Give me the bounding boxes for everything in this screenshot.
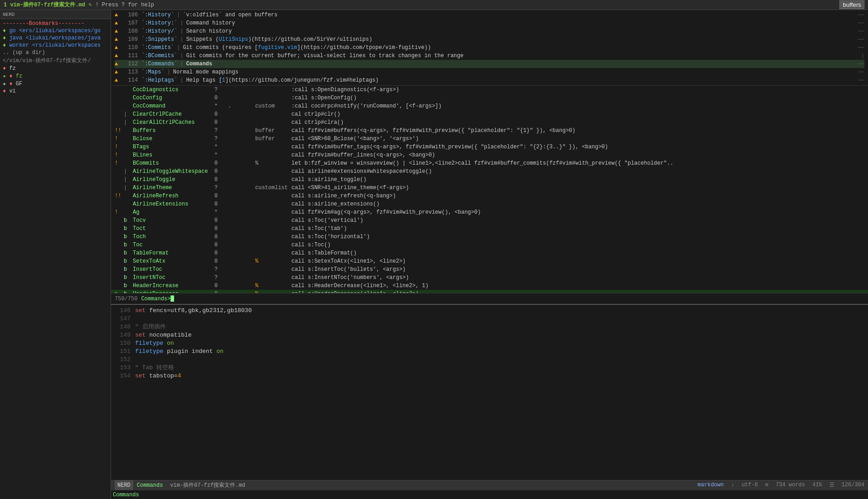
commands-label: Commands (137, 482, 163, 489)
sidebar-item-go[interactable]: ♦ go <ers/liukai/workspaces/go (0, 27, 111, 34)
editor-filename: vim-插件07-fzf搜索文件.md (170, 481, 245, 489)
line-position: 126/304 (842, 482, 864, 489)
table-row[interactable]: b Toct 0 call s:Toc('tab') (111, 225, 868, 233)
main-layout: NERD --------Bookmarks-------- ♦ go <ers… (0, 10, 868, 499)
warn-icon: ▲ (115, 44, 118, 51)
table-row[interactable]: AirlineExtensions 0 call s:airline_exten… (111, 200, 868, 208)
editor-line-152: 152 (115, 356, 864, 364)
item-icon: ♦ (3, 28, 9, 34)
tab-title: 1 vim-插件07-fzf搜索文件.md ✎ (4, 1, 92, 9)
table-row[interactable]: b Toch 0 call s:Toc('horizontal') (111, 233, 868, 241)
warn-icon: ▲ (115, 68, 118, 76)
press-hint: ! Press ? for help (95, 2, 154, 8)
space-indent: ★ (3, 81, 6, 87)
commands-table[interactable]: CocDiagnostics ? :call s:OpenDiagnostics… (111, 86, 868, 293)
filetype-indicator: markdown (698, 482, 724, 489)
right-pane: ▲ 106 `:History` | `v:oldfiles` and open… (111, 10, 868, 499)
table-row[interactable]: b SetexToAtx 0 % call s:SetexToAtx(<line… (111, 257, 868, 265)
editor-line-151: 151 filetype plugin indent on (115, 347, 864, 356)
position: ☰ (829, 482, 834, 489)
cmd-text: `:Helptags` (141, 77, 177, 84)
nerd-label: NERD (3, 12, 15, 17)
warn-icon: ▲ (115, 11, 118, 19)
fzf-line-106: ▲ 106 `:History` | `v:oldfiles` and open… (115, 11, 864, 19)
table-row[interactable]: | ClearAllCtrlPCaches 0 cal ctrlp#clra() (111, 118, 868, 127)
table-row[interactable]: CocDiagnostics ? :call s:OpenDiagnostics… (111, 86, 868, 94)
table-row[interactable]: b InsertToc ? call s:InsertToc('bullets'… (111, 265, 868, 274)
sidebar-item-vi[interactable]: ♦ vi (0, 88, 111, 95)
encoding-value: utf-8 (742, 482, 758, 489)
item-label: java <liukai/workspaces/java (9, 35, 101, 41)
fzf-line-114: ▲ 114 `:Helptags` | Help tags [1](https:… (115, 76, 864, 84)
editor-line-147: 147 (115, 315, 864, 323)
table-row[interactable]: ! BCommits 0 % let b:fzf_winview = winsa… (111, 159, 868, 167)
fzf-line-111: ▲ 111 `:BCommits` | Git commits for the … (115, 52, 864, 60)
warn-icon: ▲ (115, 52, 118, 59)
item-label: fz (9, 65, 15, 72)
word-count: 734 words (776, 482, 805, 489)
editor-line-150: 150 filetype on (115, 339, 864, 347)
bottom-cmd-text: Commands (113, 492, 139, 498)
buffers-button[interactable]: buffers (839, 0, 864, 9)
item-label: fz (16, 73, 22, 79)
status-right-info: markdown ↓ utf-8 ⌘ 734 words 41% ☰ 126/3… (698, 482, 864, 489)
table-row[interactable]: CocConfig 0 :call s:OpenConfig() (111, 94, 868, 102)
sidebar-item-gf[interactable]: ★ ♦ GF (0, 80, 111, 88)
table-row[interactable]: ! Bclose ? buffer call <SNR>60_Bclose('<… (111, 135, 868, 143)
item-icon: ♦ (3, 65, 9, 72)
table-row[interactable]: ! BLines * call fzf#vim#buffer_lines(<q-… (111, 151, 868, 159)
cmd-text: `:History` (141, 11, 174, 19)
sidebar-item-dotdot[interactable]: .. (up a dir) (0, 49, 111, 56)
table-row-selected[interactable]: > b HeaderDecrease 0 % call s:HeaderDecr… (111, 290, 868, 293)
fzf-line-108: ▲ 108 `:History/` | Search history —— (115, 27, 864, 35)
table-row[interactable]: b Toc 0 call s:Toc() (111, 241, 868, 249)
line-num: 109 (120, 36, 138, 43)
fzf-line-107: ▲ 107 `:History:` | Command history —— (115, 19, 864, 27)
line-num: 107 (120, 20, 138, 27)
apple-icon: ⌘ (765, 482, 768, 489)
item-label: vi (9, 88, 15, 94)
cmd-text: `:Commits` (141, 44, 174, 51)
editor-line-154: 154 set tabstop=4 (115, 372, 864, 380)
item-icon: ♦ (3, 35, 9, 41)
fzf-line-110: ▲ 110 `:Commits` | Git commits (requires… (115, 44, 864, 52)
table-row[interactable]: b HeaderIncrease 0 % call s:HeaderDecrea… (111, 282, 868, 290)
table-row[interactable]: b Tocv 0 call s:Toc('vertical') (111, 216, 868, 225)
line-num: 106 (120, 11, 138, 19)
fzf-lines-section: ▲ 106 `:History` | `v:oldfiles` and open… (111, 10, 868, 86)
table-row[interactable]: !! Buffers ? buffer call fzf#vim#buffers… (111, 127, 868, 135)
table-row[interactable]: !! AirlineRefresh 0 call s:airline_refre… (111, 192, 868, 200)
item-label: .. (up a dir) (3, 49, 45, 56)
item-label: </vim/vim-插件07-fzf搜索文件/ (3, 58, 91, 64)
prompt-text: Commands> (141, 296, 170, 302)
editor-line-149: 149 set nocompatible (115, 331, 864, 339)
table-row[interactable]: b TableFormat 0 call s:TableFormat() (111, 249, 868, 257)
cursor[interactable]: █ (170, 295, 174, 302)
editor-content: 146 set fencs=utf8,gbk,gb2312,gb18030 14… (111, 305, 868, 480)
table-row[interactable]: | AirlineToggleWhitespace 0 call airline… (111, 167, 868, 176)
sidebar-item-java[interactable]: ♦ java <liukai/workspaces/java (0, 34, 111, 42)
warn-icon: ▲ (115, 77, 118, 84)
item-icon: ♦ (9, 81, 15, 87)
line-num: 108 (120, 28, 138, 35)
fzf-line-109: ▲ 109 `:Snippets` | Snippets (UltiSnips)… (115, 35, 864, 44)
bottom-cmdline: Commands (111, 490, 868, 499)
table-row[interactable]: ! Ag * call fzf#vim#ag(<q-args>, fzf#vim… (111, 208, 868, 216)
sidebar-item-fz2[interactable]: ★ ♦ fz (0, 72, 111, 80)
table-row[interactable]: | AirlineTheme ? customlist call <SNR>41… (111, 184, 868, 192)
table-row[interactable]: | ClearCtrlPCache 0 cal ctrlp#clr() (111, 110, 868, 118)
sidebar-bookmarks-label: --------Bookmarks-------- (0, 20, 111, 27)
warn-icon: ▲ (115, 60, 118, 68)
sidebar-content[interactable]: --------Bookmarks-------- ♦ go <ers/liuk… (0, 19, 111, 499)
table-row[interactable]: ! BTags * call fzf#vim#buffer_tags(<q-ar… (111, 143, 868, 151)
cmd-text: `:Snippets` (141, 36, 177, 43)
table-row[interactable]: | AirlineToggle 0 call s:airline_toggle(… (111, 176, 868, 184)
sidebar-item-fz1[interactable]: ♦ fz (0, 65, 111, 72)
table-row[interactable]: CocCommand * . custom :call coc#rpc#noti… (111, 102, 868, 110)
top-bar: 1 vim-插件07-fzf搜索文件.md ✎ ! Press ? for he… (0, 0, 868, 10)
sidebar-item-worker[interactable]: ♦ worker <rs/liukai/workspaces (0, 42, 111, 49)
table-row[interactable]: b InsertNToc ? call s:InsertNToc('number… (111, 274, 868, 282)
sidebar-item-vimpath[interactable]: </vim/vim-插件07-fzf搜索文件/ (0, 56, 111, 65)
warn-icon: ▲ (115, 20, 118, 27)
item-label: GF (16, 81, 22, 87)
